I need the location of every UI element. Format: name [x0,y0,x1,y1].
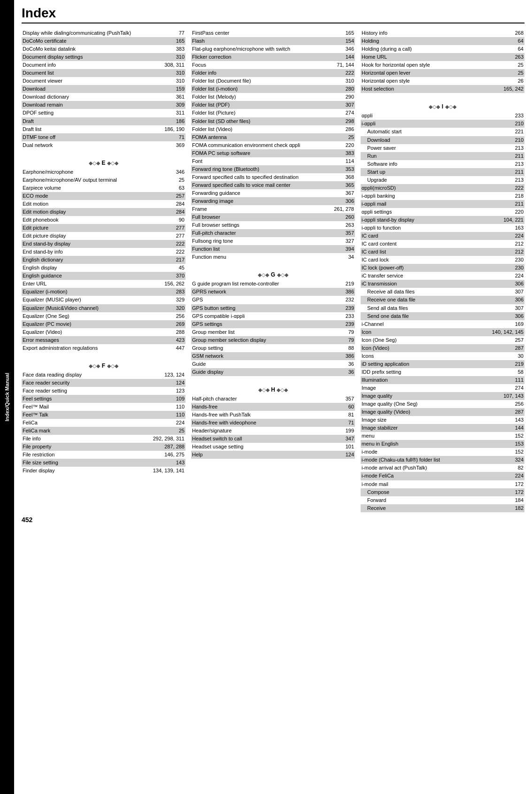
entry-page: 154 [346,37,354,45]
list-item: Equalizer (MUSIC player)329 [22,296,185,304]
entry-name: Folder info [192,69,346,77]
entry-name: Image size [362,416,515,424]
entry-name: FOMA communication environment check αpp… [192,141,346,149]
list-item: IC card content212 [361,240,524,248]
entry-page: 211 [515,200,524,208]
list-item: Download159 [22,85,185,93]
entry-page: 298 [346,117,354,125]
list-item: History info268 [361,29,524,37]
entry-page: 25 [518,69,524,77]
entry-name: Document display settings [23,53,176,61]
entry-name: IC card lock [362,256,515,264]
entry-page: 143 [176,459,185,467]
entry-name: Enter URL [23,280,164,288]
entry-name: Face data reading display [23,371,164,379]
entry-page: 213 [515,160,524,168]
entry-page: 144 [515,424,524,432]
entry-name: Icon [362,328,492,336]
list-item: IC card lock230 [361,256,524,264]
entry-page: 370 [176,272,185,280]
list-item: Receive all data files307 [361,288,524,296]
list-item: Draft186 [22,117,185,125]
list-item: Display while dialing/communicating (Pus… [22,29,185,37]
entry-page: 357 [346,229,354,237]
entry-name: Function menu [192,253,348,261]
entry-page: 307 [515,288,524,296]
entry-name: DPOF setting [23,109,176,117]
entry-page: 306 [515,296,524,304]
sidebar-label: Index/Quick Manual [4,373,10,421]
entry-page: 268 [515,29,524,37]
entry-name: Flicker correction [192,53,346,61]
main-content: Index Display while dialing/communicatin… [14,0,532,794]
list-item: Folder list (Picture)274 [191,109,355,117]
list-item: Finder display134, 139, 141 [22,467,185,475]
entry-name: Edit picture display [23,232,176,240]
entry-page: 233 [515,112,524,120]
entry-page: 134, 139, 141 [153,467,185,475]
entry-name: FeliCa [23,419,176,427]
list-item: Document viewer310 [22,77,185,85]
list-item: GPS settings239 [191,320,355,328]
entry-page: 81 [348,411,354,419]
entry-page: 213 [515,144,524,152]
entry-name: FeliCa mark [23,427,179,435]
entry-name: History info [362,29,515,37]
entry-page: 224 [515,232,524,240]
list-item: i-αppli210 [361,120,524,128]
entry-name: Finder display [23,467,153,475]
page-number: 452 [22,516,524,524]
entry-page: 224 [515,272,524,280]
entry-page: 30 [518,352,524,360]
entry-name: Software info [367,160,515,168]
entry-page: 143 [515,416,524,424]
entry-name: Focus [192,61,337,69]
entry-name: GPS [192,296,346,304]
entry-name: Forward specified calls to voice mail ce… [192,181,346,189]
list-item: Folder list (i-motion)280 [191,85,355,93]
entry-page: 101 [346,443,354,451]
diamond-left: ◆◇◆ [89,160,100,166]
list-item: Power saver213 [361,144,524,152]
list-item: English dictionary217 [22,256,185,264]
entry-page: 224 [515,472,524,480]
entry-name: Holding (during a call) [362,45,518,53]
list-item: Receive182 [361,504,524,512]
diamond-left: ◆◇◆ [258,272,269,278]
list-item: Document display settings310 [22,53,185,61]
list-item: Image stabilizer144 [361,424,524,432]
entry-page: 232 [346,296,354,304]
entry-name: Guide display [192,368,348,376]
entry-name: i-αppli stand-by display [362,216,503,224]
entry-name: Earphone/microphone/AV output terminal [23,176,179,184]
columns-container: Display while dialing/communicating (Pus… [22,29,524,512]
list-item: GPS232 [191,296,355,304]
list-item: Folder list (Document file)310 [191,77,355,85]
entry-name: Send all data files [367,304,515,312]
list-item: Equalizer (One Seg)256 [22,312,185,320]
section-letter: H [271,386,275,393]
entry-page: 283 [176,288,185,296]
entry-page: 284 [176,208,185,216]
entry-page: 292, 298, 311 [153,435,185,443]
list-item: Equalizer (i-motion)283 [22,288,185,296]
entry-page: 172 [515,480,524,488]
entry-name: i-mode arrival act (PushTalk) [362,464,518,472]
entry-name: Image quality [362,392,503,400]
entry-name: Font [192,157,346,165]
list-item: i-mode152 [361,448,524,456]
entry-name: Export administration regulations [23,344,176,352]
entry-name: Earpiece volume [23,184,179,192]
diamond-right: ◆◇◆ [277,387,288,393]
entry-page: 233 [346,312,354,320]
entry-name: Face reader setting [23,387,176,395]
entry-page: 310 [176,69,185,77]
entry-name: Half-pitch character [192,395,346,403]
entry-name: Headset usage setting [192,443,346,451]
entry-name: File property [23,443,164,451]
list-item: Earphone/microphone/AV output terminal25 [22,176,185,184]
entry-name: Error messages [23,336,176,344]
list-item: Forward ring tone (Bluetooth)353 [191,165,355,173]
list-item: English display45 [22,264,185,272]
entry-page: 239 [346,320,354,328]
